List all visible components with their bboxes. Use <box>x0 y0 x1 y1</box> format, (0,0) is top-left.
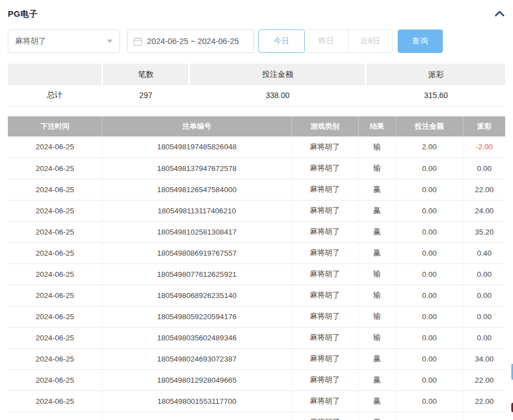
table-row: 2024-06-251805498137947672578麻将胡了输0.000.… <box>8 158 505 179</box>
table-row: 2024-06-251805498113117406210麻将胡了赢0.0024… <box>8 200 505 221</box>
cell-result: 赢 <box>359 369 396 390</box>
summary-header-count: 笔数 <box>102 64 189 85</box>
summary-total-payout: 315.60 <box>366 85 505 106</box>
cell-bet-amount: 0.00 <box>396 369 463 390</box>
cell-bet-amount: 0.00 <box>396 242 463 263</box>
cell-game-type: 麻将胡了 <box>291 200 359 221</box>
cell-game-type: 麻将胡了 <box>291 221 359 242</box>
cell-payout: 0.40 <box>463 242 505 263</box>
cell-bet-amount: 0.00 <box>396 306 463 327</box>
summary-total-row: 总计 297 338.00 315.60 <box>8 85 505 106</box>
cell-payout: 0.00 <box>463 285 505 306</box>
cell-result: 赢 <box>359 412 396 420</box>
cell-payout: 34.00 <box>463 348 505 369</box>
cell-result: 赢 <box>359 390 396 412</box>
query-button[interactable]: 查询 <box>398 30 443 53</box>
cell-result: 输 <box>359 285 396 306</box>
cell-bet-id: 1805498012928049665 <box>102 369 291 390</box>
cell-game-type: 麻将胡了 <box>291 136 359 158</box>
cell-game-type: 麻将胡了 <box>291 158 359 179</box>
cell-bet-id: 1805498126547584000 <box>102 179 291 200</box>
cell-game-type: 麻将胡了 <box>291 285 359 306</box>
cell-payout: 22.00 <box>463 369 505 390</box>
table-row: 2024-06-251805498197485826048麻将胡了输2.00-2… <box>8 136 505 158</box>
cell-bet-id: 1805498102581308417 <box>102 221 291 242</box>
today-button[interactable]: 今日 <box>258 30 305 53</box>
summary-header-row: 笔数 投注金额 派彩 <box>8 64 505 85</box>
col-header-result: 结果 <box>359 116 396 136</box>
cell-game-type: 麻将胡了 <box>291 242 359 263</box>
col-header-payout: 派彩 <box>463 116 505 136</box>
cell-bet-time: 2024-06-25 <box>8 348 102 369</box>
cell-bet-id: 1805498197485826048 <box>102 136 291 158</box>
summary-total-bet-amount: 338.00 <box>189 85 366 106</box>
date-range-input[interactable]: 2024-06-25 ~ 2024-06-25 <box>127 30 254 53</box>
col-header-bet-time: 下注时间 <box>8 116 102 136</box>
cell-result: 赢 <box>359 348 396 369</box>
cell-result: 赢 <box>359 242 396 263</box>
cell-bet-time: 2024-06-25 <box>8 200 102 221</box>
cell-game-type: 麻将胡了 <box>291 263 359 285</box>
cell-bet-amount: 0.00 <box>396 179 463 200</box>
cell-game-type: 麻将胡了 <box>291 390 359 412</box>
panel-header: PG电子 <box>8 8 505 20</box>
cell-result: 输 <box>359 327 396 348</box>
cell-bet-time: 2024-06-25 <box>8 327 102 348</box>
cell-bet-time: 2024-06-25 <box>8 179 102 200</box>
collapse-panel-button[interactable] <box>494 8 505 19</box>
summary-table: 笔数 投注金额 派彩 总计 297 338.00 315.60 <box>8 64 505 106</box>
summary-total-count: 297 <box>102 85 189 106</box>
cell-bet-id: 1805498001553117700 <box>102 390 291 412</box>
summary-header-bet-amount: 投注金额 <box>189 64 366 85</box>
table-row: 2024-06-251805498068926235140麻将胡了输0.000.… <box>8 285 505 306</box>
cell-game-type: 麻将胡了 <box>291 369 359 390</box>
cell-payout: 24.00 <box>463 200 505 221</box>
cell-bet-time: 2024-06-25 <box>8 412 102 420</box>
table-row: 2024-06-251805498059220594176麻将胡了输0.000.… <box>8 306 505 327</box>
game-select[interactable]: 麻将胡了 <box>8 30 120 53</box>
cell-bet-amount: 0.00 <box>396 390 463 412</box>
cell-bet-time: 2024-06-25 <box>8 221 102 242</box>
table-row: 2024-06-251805498024693072387麻将胡了赢0.0034… <box>8 348 505 369</box>
cell-bet-id: 1805498059220594176 <box>102 306 291 327</box>
cell-bet-amount: 0.00 <box>396 158 463 179</box>
summary-header-blank <box>8 64 102 85</box>
date-range-value: 2024-06-25 ~ 2024-06-25 <box>147 37 239 46</box>
cell-payout: 0.00 <box>463 327 505 348</box>
cell-payout: 35.20 <box>463 221 505 242</box>
cell-result: 输 <box>359 158 396 179</box>
cell-bet-amount: 0.00 <box>396 285 463 306</box>
bet-table-header-row: 下注时间 注单编号 游戏类别 结果 投注金额 派彩 <box>8 116 505 136</box>
cell-bet-id: 1805498137947672578 <box>102 158 291 179</box>
last-8-days-button[interactable]: 近8日 <box>349 30 393 53</box>
table-row: 2024-06-251805498035602489346麻将胡了输0.000.… <box>8 327 505 348</box>
chevron-down-icon <box>107 40 113 43</box>
chevron-up-icon <box>495 9 505 19</box>
table-row: 2024-06-251805498126547584000麻将胡了赢0.0022… <box>8 179 505 200</box>
cell-bet-time: 2024-06-25 <box>8 242 102 263</box>
game-select-value: 麻将胡了 <box>15 36 46 46</box>
cell-result: 输 <box>359 136 396 158</box>
cell-game-type: 麻将胡了 <box>291 179 359 200</box>
cell-bet-time: 2024-06-25 <box>8 369 102 390</box>
cell-bet-time: 2024-06-25 <box>8 285 102 306</box>
cell-bet-id: 1805498077612625921 <box>102 263 291 285</box>
cell-game-type: 麻将胡了 <box>291 327 359 348</box>
calendar-icon <box>133 37 143 46</box>
col-header-game-type: 游戏类别 <box>291 116 359 136</box>
cell-game-type: 麻将胡了 <box>291 348 359 369</box>
summary-header-payout: 派彩 <box>366 64 505 85</box>
cell-game-type: 麻将胡了 <box>291 412 359 420</box>
table-row: 2024-06-251805498012928049665麻将胡了赢0.0022… <box>8 369 505 390</box>
cell-payout: 0.00 <box>463 306 505 327</box>
cell-bet-time: 2024-06-25 <box>8 390 102 412</box>
cell-payout: 24.00 <box>463 412 505 420</box>
cell-bet-time: 2024-06-25 <box>8 263 102 285</box>
cell-bet-amount: 0.00 <box>396 412 463 420</box>
yesterday-button[interactable]: 昨日 <box>305 30 349 53</box>
table-row: 2024-06-251805498077612625921麻将胡了输0.000.… <box>8 263 505 285</box>
cell-bet-amount: 0.00 <box>396 200 463 221</box>
cell-bet-amount: 0.00 <box>396 221 463 242</box>
quick-date-button-group: 今日 昨日 近8日 <box>258 30 393 53</box>
cell-bet-amount: 0.00 <box>396 327 463 348</box>
